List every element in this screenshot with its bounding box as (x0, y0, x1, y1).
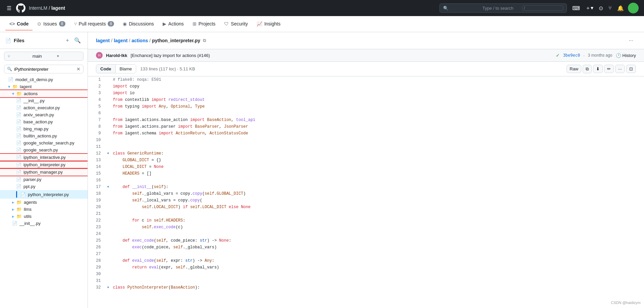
search-files-btn[interactable]: 🔍 (73, 36, 82, 45)
tab-security[interactable]: 🛡 Security (220, 18, 252, 30)
folder-icon-agents: 📁 (16, 200, 22, 205)
line-number: 17 (88, 184, 105, 190)
tab-projects-label: Projects (199, 21, 216, 26)
file-ipython-interactive[interactable]: 📄 ipython_interactive.py (0, 154, 88, 161)
file-arxiv-search[interactable]: 📄 arxiv_search.py (0, 111, 88, 118)
file-ipython-manager[interactable]: 📄 ipython_manager.py (0, 169, 88, 176)
tab-code[interactable]: <> Code (5, 18, 33, 30)
breadcrumb-more-btn[interactable]: ··· (626, 36, 636, 45)
notif-btn[interactable]: 🔔 (616, 4, 625, 13)
more-file-btn[interactable]: ··· (615, 65, 625, 73)
pr-btn[interactable]: ⑂ (607, 4, 613, 12)
line-expand (105, 231, 111, 237)
line-expand (105, 143, 111, 150)
tab-pullrequests[interactable]: ⑂ Pull requests 8 (70, 18, 118, 30)
file-ipython-interpreter[interactable]: 📄 ipython_interpreter.py (0, 161, 88, 168)
table-row: 29 return eval(expr, self._global_vars) (88, 264, 644, 271)
navbar-center: 🔍 Type / to search / (439, 3, 567, 13)
breadcrumb-lagent1[interactable]: lagent (96, 38, 110, 43)
add-file-btn[interactable]: ＋ (63, 36, 71, 45)
branch-selector[interactable]: ⑂ main ▾ (4, 52, 84, 61)
file-model-cli-demo[interactable]: 📄 model_cli_demo.py (0, 76, 88, 83)
line-code (111, 177, 644, 184)
pr-badge: 8 (108, 21, 114, 26)
line-expand[interactable]: ▾ (105, 284, 111, 291)
copy-path-btn[interactable]: ⧉ (203, 38, 206, 43)
file-name-ipy-int: ipython_interactive.py (23, 155, 66, 160)
file-tree: 📄 model_cli_demo.py ▾ 📁 lagent ▾ 📁 actio… (0, 76, 88, 308)
folder-agents[interactable]: ▸ 📁 agents (0, 199, 88, 206)
line-expand[interactable]: ▾ (105, 184, 111, 190)
commit-check-icon: ✓ (556, 53, 560, 58)
global-search[interactable]: 🔍 Type / to search / (439, 3, 567, 13)
file-init[interactable]: 📄 __init__.py (0, 97, 88, 104)
tab-blame-view[interactable]: Blame (116, 65, 136, 73)
plus-btn[interactable]: ＋▾ (584, 3, 595, 13)
breadcrumb-actions[interactable]: actions (131, 38, 148, 43)
table-row: 30 (88, 271, 644, 278)
tab-discussions[interactable]: ◉ Discussions (119, 18, 158, 30)
file-base-action[interactable]: 📄 base_action.py (0, 118, 88, 125)
csdn-badge: CSDN @haidizym (611, 301, 641, 305)
file-bing-map[interactable]: 📄 bing_map.py (0, 125, 88, 132)
commit-hash[interactable]: 3be9ec0 (563, 53, 580, 58)
file-google-search[interactable]: 📄 google_search.py (0, 146, 88, 153)
terminal-btn[interactable]: ⌨ (571, 4, 581, 13)
line-code: def eval_code(self, expr: str) -> Any: (111, 257, 644, 264)
split-view-btn[interactable]: ⊡ (626, 65, 636, 73)
table-row: 15 HEADERS = [] (88, 170, 644, 177)
file-name-builtin: builtin_actions.py (23, 133, 57, 138)
file-action-executor[interactable]: 📄 action_executor.py (0, 104, 88, 111)
folder-utils[interactable]: ▸ 📁 utils (0, 213, 88, 220)
table-row: 20 self.LOCAL_DICT) if self.LOCAL_DICT e… (88, 204, 644, 210)
line-expand[interactable]: ▾ (105, 150, 111, 157)
tab-projects[interactable]: ⊞ Projects (189, 18, 220, 30)
folder-llms[interactable]: ▸ 📁 llms (0, 206, 88, 213)
issues-btn[interactable]: ⊙ (597, 4, 604, 13)
repo-link[interactable]: lagent (51, 5, 65, 11)
breadcrumb: lagent / lagent / actions / python_inter… (88, 32, 644, 49)
tab-code-view[interactable]: Code (96, 65, 116, 73)
line-expand (105, 90, 111, 97)
file-icon-arxiv: 📄 (16, 112, 21, 117)
line-expand (105, 224, 111, 231)
line-number: 19 (88, 197, 105, 204)
tab-insights[interactable]: 📈 Insights (253, 18, 284, 30)
line-expand (105, 157, 111, 164)
line-expand (105, 190, 111, 197)
table-row: 1 # flake8: noqa: E501 (88, 76, 644, 83)
hamburger-menu[interactable]: ☰ (5, 4, 13, 13)
folder-lagent[interactable]: ▾ 📁 lagent (0, 83, 88, 90)
avatar[interactable] (628, 3, 639, 13)
breadcrumb-lagent2[interactable]: lagent (114, 38, 127, 43)
file-search-input[interactable] (14, 67, 74, 72)
line-code (111, 231, 644, 237)
table-row: 6 (88, 110, 644, 117)
file-root-init[interactable]: 📄 __init__.py (0, 220, 88, 227)
file-ppt[interactable]: 📄 ppt.py (0, 183, 88, 190)
line-number: 1 (88, 76, 105, 83)
folder-actions[interactable]: ▾ 📁 actions (0, 90, 88, 97)
clear-search-btn[interactable]: ✕ (76, 66, 80, 72)
raw-btn[interactable]: Raw (567, 65, 581, 73)
file-parser[interactable]: 📄 parser.py (0, 176, 88, 183)
folder-icon-lagent: 📁 (12, 84, 18, 89)
commit-message: [Enchance] lazy import for actions (#146… (131, 53, 552, 58)
history-btn[interactable]: 🕐 History (616, 53, 636, 58)
file-icon: 📄 (8, 77, 13, 82)
file-google-scholar[interactable]: 📄 google_scholar_search.py (0, 139, 88, 146)
org-link[interactable]: InternLM (29, 5, 47, 11)
tab-issues[interactable]: ⊙ Issues 8 (33, 18, 69, 30)
file-python-interpreter[interactable]: 📄 python_interpreter.py (0, 190, 88, 199)
line-expand (105, 123, 111, 130)
table-row: 14 LOCAL_DICT = None (88, 164, 644, 170)
table-row: 28 def eval_code(self, expr: str) -> Any… (88, 257, 644, 264)
file-builtin[interactable]: 📄 builtin_actions.py (0, 132, 88, 139)
line-number: 28 (88, 257, 105, 264)
line-code (111, 271, 644, 278)
tab-actions[interactable]: ▶ Actions (159, 18, 188, 30)
download-btn[interactable]: ⬇ (593, 65, 603, 73)
edit-btn[interactable]: ✏ (604, 65, 614, 73)
navbar-left: ☰ InternLM / lagent (5, 3, 435, 13)
copy-content-btn[interactable]: ⧉ (583, 65, 592, 73)
